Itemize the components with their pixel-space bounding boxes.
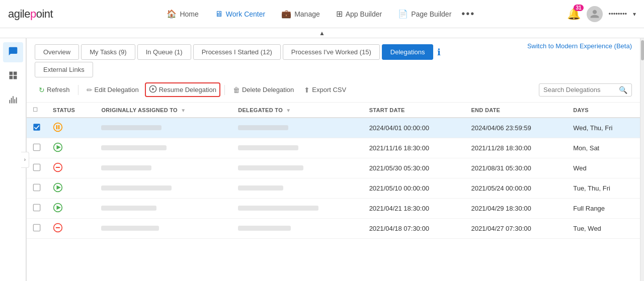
sort-icon-delegated[interactable]: ▼ [286,108,291,113]
cell-end-date: 2021/04/29 18:30:00 [465,199,567,219]
resume-icon [149,85,157,95]
delete-delegation-button[interactable]: 🗑 Delete Delegation [229,83,298,97]
user-name: •••••••• [609,10,627,18]
cell-originally-assigned [95,138,232,158]
toolbar: ↻ Refresh ✏ Edit Delegation Resume Deleg… [27,77,640,103]
scroll-thumb[interactable] [641,40,644,60]
resume-delegation-button[interactable]: Resume Delegation [145,82,220,97]
cell-days: Mon, Sat [567,138,640,158]
sidebar-item-grid[interactable] [3,66,23,86]
cell-checkbox[interactable] [27,178,47,199]
tab-overview[interactable]: Overview [35,44,79,60]
export-csv-label: Export CSV [312,86,346,93]
tab-external-links[interactable]: External Links [35,62,93,77]
cell-checkbox[interactable] [27,219,47,239]
delegations-table: ☐ STATUS ORIGINALLY ASSIGNED TO ▼ DELEGA… [27,103,640,239]
cell-days: Tue, Wed [567,219,640,239]
nav-item-home[interactable]: 🏠 Home [160,6,204,22]
cell-start-date: 2021/04/18 07:30:00 [363,219,465,239]
tab-processes-worked[interactable]: Processes I've Worked (15) [283,44,380,60]
refresh-icon: ↻ [39,86,45,94]
logo-dot: p [30,8,36,20]
cell-start-date: 2021/04/21 18:30:00 [363,199,465,219]
nav-item-pagebuilder[interactable]: 📄 Page Builder [392,6,457,22]
user-avatar[interactable] [587,6,603,22]
user-menu-chevron-icon[interactable]: ▾ [633,11,636,18]
modern-experience-link[interactable]: Switch to Modern Experience (Beta) [527,42,632,50]
cell-status [47,118,95,138]
sidebar-item-chart[interactable] [3,90,23,111]
cell-status [47,138,95,158]
nav-item-workcenter[interactable]: 🖥 Work Center [209,7,271,22]
sidebar-collapse-icon: › [24,157,26,162]
svg-marker-17 [57,206,61,210]
cell-checkbox[interactable] [27,118,47,138]
sort-icon-originally[interactable]: ▼ [181,108,186,113]
tab-processes-started[interactable]: Processes I Started (12) [193,44,281,60]
left-sidebar: › [0,38,26,281]
cell-delegated-to [232,178,363,199]
cell-delegated-to [232,118,363,138]
nav-label-workcenter: Work Center [226,10,265,18]
cell-checkbox[interactable] [27,138,47,158]
delete-delegation-label: Delete Delegation [242,86,294,93]
tab-mytasks[interactable]: My Tasks (9) [81,44,135,60]
sidebar-collapse-tab[interactable]: › [21,152,29,168]
edit-delegation-button[interactable]: ✏ Edit Delegation [83,83,143,97]
table-container: ☐ STATUS ORIGINALLY ASSIGNED TO ▼ DELEGA… [27,103,640,239]
right-scrollbar[interactable] [640,38,644,281]
nav-item-appbuilder[interactable]: ⊞ App Builder [330,6,388,22]
pagebuilder-icon: 📄 [398,9,408,19]
cell-end-date: 2024/04/06 23:59:59 [465,118,567,138]
search-box: 🔍 [539,83,632,97]
search-input[interactable] [543,86,619,93]
delete-icon: 🗑 [233,86,240,94]
svg-marker-1 [152,87,154,90]
svg-rect-18 [33,224,40,231]
search-icon[interactable]: 🔍 [619,86,627,94]
cell-checkbox[interactable] [27,158,47,178]
cell-start-date: 2021/11/16 18:30:00 [363,138,465,158]
cell-end-date: 2021/08/31 05:30:00 [465,158,567,178]
cell-delegated-to [232,158,363,178]
more-menu-button[interactable]: ••• [461,8,475,20]
nav-right: 🔔 31 •••••••• ▾ [567,6,636,22]
tab-info-icon[interactable]: ℹ [437,47,441,58]
nav-label-appbuilder: App Builder [346,10,382,18]
col-header-delegated-to: DELEGATED TO ▼ [232,103,363,118]
tab-inqueue[interactable]: In Queue (1) [137,44,191,60]
table-row: 2021/05/30 05:30:00 2021/08/31 05:30:00 … [27,158,640,178]
cell-days: Wed, Thu, Fri [567,118,640,138]
table-row: 2021/05/10 00:00:00 2021/05/24 00:00:00 … [27,178,640,199]
svg-marker-14 [57,185,61,190]
sidebar-item-chat[interactable] [3,42,23,62]
table-row: 2021/04/18 07:30:00 2021/04/27 07:30:00 … [27,219,640,239]
cell-status [47,178,95,199]
cell-originally-assigned [95,219,232,239]
refresh-button[interactable]: ↻ Refresh [35,83,74,97]
export-csv-button[interactable]: ⬆ Export CSV [300,83,350,97]
notification-button[interactable]: 🔔 31 [567,8,581,21]
cell-days: Full Range [567,199,640,219]
manage-icon: 💼 [281,9,291,19]
cell-end-date: 2021/04/27 07:30:00 [465,219,567,239]
collapse-bar[interactable]: ▲ [0,28,644,38]
col-header-checkbox: ☐ [27,103,47,118]
cell-end-date: 2021/05/24 00:00:00 [465,178,567,199]
select-all-checkbox[interactable]: ☐ [33,107,38,113]
cell-originally-assigned [95,178,232,199]
tab-delegations[interactable]: Delegations [382,44,434,60]
cell-checkbox[interactable] [27,199,47,219]
cell-days: Wed [567,158,640,178]
logo-text: agilepoint [8,8,53,21]
collapse-chevron-icon: ▲ [319,30,325,37]
nav-label-home: Home [180,10,198,18]
nav-item-manage[interactable]: 💼 Manage [275,6,326,22]
cell-delegated-to [232,138,363,158]
top-navigation: agilepoint 🏠 Home 🖥 Work Center 💼 Manage… [0,0,644,28]
logo[interactable]: agilepoint [8,8,53,21]
workcenter-icon: 🖥 [215,10,223,19]
appbuilder-icon: ⊞ [336,9,343,19]
tabs-row2: External Links [27,60,640,77]
edit-icon: ✏ [87,86,93,94]
